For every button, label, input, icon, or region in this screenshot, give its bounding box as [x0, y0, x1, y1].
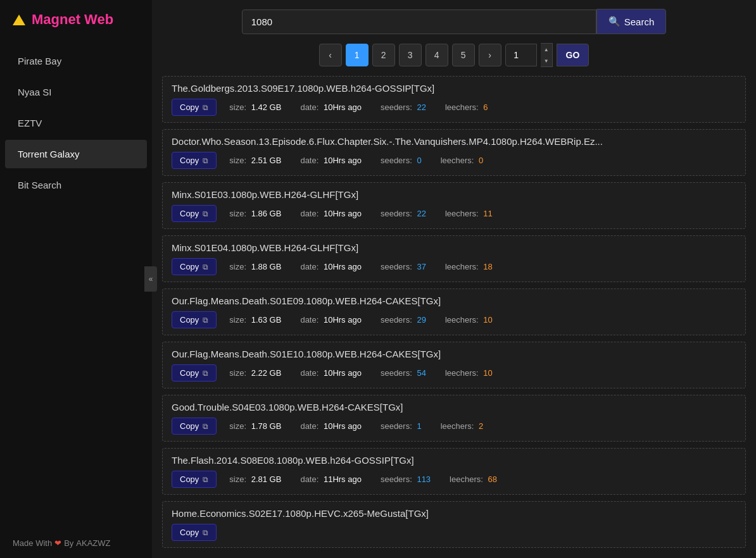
result-meta: Copy⧉size: 2.22 GBdate: 10Hrs agoseeders… [172, 364, 736, 381]
date-meta: date: 10Hrs ago [300, 209, 362, 218]
result-card: The.Goldbergs.2013.S09E17.1080p.WEB.h264… [162, 76, 746, 123]
sidebar-item-nyaa-si[interactable]: Nyaa SI [5, 78, 147, 106]
leechers-meta: leechers: 11 [445, 209, 493, 218]
page-spin-up[interactable]: ▲ [541, 44, 552, 55]
result-title: Our.Flag.Means.Death.S01E10.1080p.WEB.H2… [172, 349, 736, 359]
sidebar-item-pirate-bay[interactable]: Pirate Bay [5, 47, 147, 75]
results-list: The.Goldbergs.2013.S09E17.1080p.WEB.h264… [162, 76, 746, 554]
copy-icon: ⧉ [203, 475, 208, 484]
leechers-meta: leechers: 6 [445, 102, 488, 112]
page-btn-1[interactable]: 1 [346, 44, 369, 66]
copy-label: Copy [180, 368, 199, 378]
search-area: 🔍 Search [162, 6, 746, 34]
page-btn-5[interactable]: 5 [452, 44, 475, 66]
result-title: Doctor.Who.Season.13.Episode.6.Flux.Chap… [172, 136, 736, 147]
size-meta: size: 1.86 GB [229, 209, 281, 218]
size-value: 2.51 GB [251, 156, 282, 165]
next-page-button[interactable]: › [479, 44, 501, 66]
result-card: Good.Trouble.S04E03.1080p.WEB.H264-CAKES… [162, 395, 746, 442]
copy-button[interactable]: Copy⧉ [172, 99, 217, 116]
prev-page-button[interactable]: ‹ [319, 44, 342, 66]
logo-area: Magnet Web [0, 0, 152, 39]
copy-icon: ⧉ [203, 528, 208, 537]
result-card: Minx.S01E04.1080p.WEB.H264-GLHF[TGx]Copy… [162, 235, 746, 282]
page-btn-2[interactable]: 2 [372, 44, 395, 66]
leechers-value: 6 [483, 102, 488, 112]
result-meta: Copy⧉size: 1.78 GBdate: 10Hrs agoseeders… [172, 418, 736, 435]
seeders-meta: seeders: 1 [381, 421, 422, 431]
copy-button[interactable]: Copy⧉ [172, 152, 217, 169]
leechers-meta: leechers: 0 [441, 156, 484, 165]
seeders-meta: seeders: 54 [381, 368, 426, 378]
copy-label: Copy [180, 102, 199, 112]
copy-button[interactable]: Copy⧉ [172, 205, 217, 222]
result-card: Minx.S01E03.1080p.WEB.H264-GLHF[TGx]Copy… [162, 182, 746, 229]
copy-button[interactable]: Copy⧉ [172, 364, 217, 381]
result-meta: Copy⧉ [172, 524, 736, 541]
size-meta: size: 1.63 GB [229, 315, 281, 325]
seeders-meta: seeders: 37 [381, 262, 426, 271]
date-value: 10Hrs ago [324, 209, 362, 218]
result-card: Our.Flag.Means.Death.S01E09.1080p.WEB.H2… [162, 288, 746, 335]
date-meta: date: 10Hrs ago [300, 368, 362, 378]
copy-button[interactable]: Copy⧉ [172, 258, 217, 275]
copy-button[interactable]: Copy⧉ [172, 524, 217, 541]
seeders-value: 0 [417, 156, 421, 165]
result-title: The.Goldbergs.2013.S09E17.1080p.WEB.h264… [172, 83, 736, 94]
size-meta: size: 2.22 GB [229, 368, 281, 378]
copy-label: Copy [180, 421, 199, 431]
seeders-meta: seeders: 0 [381, 156, 422, 165]
result-card: The.Flash.2014.S08E08.1080p.WEB.h264-GOS… [162, 448, 746, 495]
collapse-sidebar-button[interactable]: « [144, 266, 157, 292]
go-button[interactable]: GO [557, 44, 589, 66]
leechers-value: 18 [483, 262, 492, 271]
copy-label: Copy [180, 528, 199, 537]
size-meta: size: 1.88 GB [229, 262, 281, 271]
leechers-meta: leechers: 10 [445, 315, 493, 325]
size-meta: size: 1.42 GB [229, 102, 281, 112]
size-value: 2.22 GB [251, 368, 282, 378]
date-value: 10Hrs ago [324, 156, 362, 165]
leechers-value: 0 [479, 156, 483, 165]
app-title: Magnet Web [32, 11, 113, 28]
size-value: 1.63 GB [251, 315, 282, 325]
sidebar-item-eztv[interactable]: EZTV [5, 109, 147, 137]
date-value: 11Hrs ago [324, 474, 362, 484]
seeders-meta: seeders: 29 [381, 315, 426, 325]
seeders-meta: seeders: 22 [381, 209, 426, 218]
copy-label: Copy [180, 209, 199, 218]
seeders-value: 54 [417, 368, 425, 378]
seeders-meta: seeders: 22 [381, 102, 426, 112]
copy-button[interactable]: Copy⧉ [172, 471, 217, 488]
date-meta: date: 10Hrs ago [300, 262, 362, 271]
result-title: Home.Economics.S02E17.1080p.HEVC.x265-Me… [172, 508, 736, 519]
pagination: ‹ 12345› ▲ ▼ GO [162, 43, 746, 67]
footer-by: By [64, 538, 73, 548]
sidebar-item-torrent-galaxy[interactable]: Torrent Galaxy [5, 140, 147, 168]
leechers-value: 2 [479, 421, 483, 431]
size-meta: size: 2.51 GB [229, 156, 281, 165]
sidebar-footer: Made With ❤ By AKAZWZ [0, 528, 152, 558]
page-btn-3[interactable]: 3 [399, 44, 422, 66]
date-value: 10Hrs ago [324, 421, 362, 431]
search-button[interactable]: 🔍 Search [596, 9, 667, 34]
page-input[interactable] [505, 44, 537, 66]
logo-triangle-icon [13, 15, 25, 25]
sidebar-item-bit-search[interactable]: Bit Search [5, 171, 147, 199]
date-meta: date: 10Hrs ago [300, 421, 362, 431]
copy-button[interactable]: Copy⧉ [172, 418, 217, 435]
copy-label: Copy [180, 474, 199, 484]
result-card: Doctor.Who.Season.13.Episode.6.Flux.Chap… [162, 129, 746, 176]
copy-button[interactable]: Copy⧉ [172, 311, 217, 328]
sidebar: Magnet Web Pirate BayNyaa SIEZTVTorrent … [0, 0, 152, 558]
page-btn-4[interactable]: 4 [425, 44, 448, 66]
copy-label: Copy [180, 156, 199, 165]
leechers-value: 68 [488, 474, 496, 484]
date-meta: date: 10Hrs ago [300, 102, 362, 112]
page-spin-down[interactable]: ▼ [541, 55, 552, 66]
size-meta: size: 1.78 GB [229, 421, 281, 431]
result-title: Our.Flag.Means.Death.S01E09.1080p.WEB.H2… [172, 295, 736, 306]
seeders-value: 1 [417, 421, 421, 431]
search-input[interactable] [242, 9, 596, 34]
result-meta: Copy⧉size: 2.81 GBdate: 11Hrs agoseeders… [172, 471, 736, 488]
